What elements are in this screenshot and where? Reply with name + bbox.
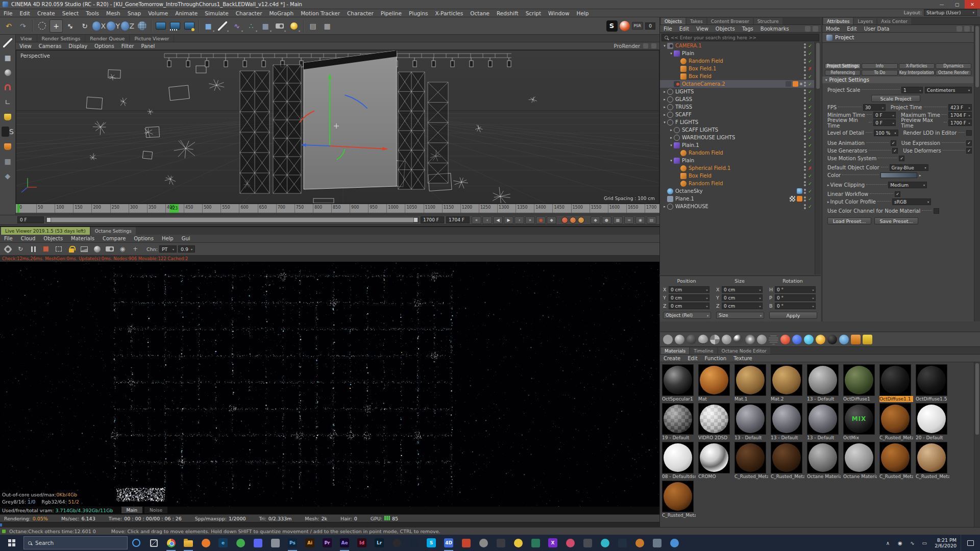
viewport-menu-display[interactable]: Display bbox=[65, 43, 91, 49]
viewport-tab-render-settings[interactable]: Render Settings bbox=[37, 35, 86, 42]
viewport-menu-filter[interactable]: Filter bbox=[118, 43, 138, 49]
camera-sync-icon[interactable] bbox=[104, 244, 115, 254]
panel-maximize-icon[interactable] bbox=[651, 43, 656, 48]
z-axis-lock-icon[interactable]: Z bbox=[121, 19, 134, 33]
tree-item-box-field-1[interactable]: Box Field.1✗ bbox=[660, 65, 814, 72]
menu-mograph[interactable]: MoGraph bbox=[265, 9, 297, 17]
pos-y-field[interactable]: 0 cm bbox=[669, 294, 709, 301]
play-button[interactable]: ▶ bbox=[504, 216, 513, 224]
octane-toggle-1[interactable] bbox=[561, 217, 568, 223]
max-time-field[interactable]: 1704 F bbox=[446, 216, 470, 223]
preview-min-time-field[interactable]: 0 F bbox=[873, 119, 896, 126]
material-item-octspecular1[interactable]: OctSpecular1 bbox=[662, 364, 696, 402]
panel-pin-icon[interactable] bbox=[643, 43, 648, 48]
material-item-c-rusted-metal[interactable]: C_Rusted_Metal bbox=[879, 442, 913, 480]
close-button[interactable]: ✕ bbox=[965, 0, 980, 9]
enabled-toggle[interactable]: ✓ bbox=[807, 51, 813, 56]
material-thumbnail[interactable]: MIX bbox=[843, 403, 875, 435]
material-preset-icon-2[interactable] bbox=[675, 335, 684, 344]
visibility-dots[interactable] bbox=[804, 105, 806, 110]
tray-chevron-icon[interactable]: ∧ bbox=[881, 535, 894, 551]
stop-render-icon[interactable] bbox=[40, 244, 52, 254]
taskbar-app-app[interactable]: X bbox=[544, 535, 561, 551]
use-animation-checkbox[interactable]: ✓ bbox=[891, 140, 896, 146]
tab-structure[interactable]: Structure bbox=[754, 18, 782, 24]
lv-menu-file[interactable]: File bbox=[0, 236, 17, 241]
tab-attributes[interactable]: Attributes bbox=[823, 18, 853, 24]
lock-resolution-icon[interactable] bbox=[66, 244, 77, 254]
tree-item-warehouse[interactable]: ▸WAREHOUSE✓ bbox=[660, 203, 814, 210]
menu-animate[interactable]: Animate bbox=[172, 9, 201, 17]
visibility-dots[interactable] bbox=[804, 135, 806, 140]
taskbar-app-premiere[interactable]: Pr bbox=[318, 535, 336, 551]
taskbar-app-indesign[interactable]: Id bbox=[353, 535, 371, 551]
expand-toggle[interactable]: ▾ bbox=[662, 44, 667, 48]
section-project-settings[interactable]: Project Settings bbox=[822, 77, 973, 83]
preview-end-field[interactable]: 1700 F bbox=[421, 216, 444, 223]
preview-max-time-field[interactable]: 1700 F bbox=[948, 119, 972, 126]
material-item-mat-2[interactable]: Mat.2 bbox=[771, 364, 804, 402]
menu-help[interactable]: Help bbox=[573, 9, 593, 17]
octane-logo-icon[interactable]: S bbox=[606, 20, 618, 32]
material-thumbnail[interactable] bbox=[879, 364, 911, 396]
tree-item-box-field[interactable]: Box Field✓ bbox=[660, 172, 814, 180]
lv-menu-options[interactable]: Options bbox=[130, 236, 158, 241]
deformer-icon[interactable]: ∿▾ bbox=[230, 19, 243, 33]
visibility-dots[interactable] bbox=[804, 66, 806, 71]
attr-menu-user-data[interactable]: User Data bbox=[861, 26, 893, 32]
enabled-toggle[interactable]: ✓ bbox=[807, 143, 813, 148]
material-item-08-defaultdsds[interactable]: 08 - Defaultdsds bbox=[662, 442, 696, 480]
material-item-20-default[interactable]: 20 - Default bbox=[916, 403, 949, 441]
lv-menu-help[interactable]: Help bbox=[158, 236, 178, 241]
material-thumbnail[interactable] bbox=[662, 481, 694, 512]
tree-item-scaff[interactable]: ▸SCAFF✓ bbox=[660, 111, 814, 118]
material-item-13-default[interactable]: 13 - Default bbox=[734, 403, 768, 441]
taskbar-app-app[interactable] bbox=[614, 535, 631, 551]
material-thumbnail[interactable] bbox=[807, 442, 839, 473]
attr-back-icon[interactable] bbox=[957, 26, 962, 32]
minimum-time-field[interactable]: 0 F bbox=[873, 112, 896, 118]
expand-toggle[interactable]: ▸ bbox=[662, 97, 667, 102]
rotate-tool-icon[interactable]: ↻ bbox=[78, 19, 91, 33]
anim-icon-2[interactable]: ● bbox=[602, 216, 611, 224]
search-input[interactable]: << Enter your search string here >> bbox=[662, 34, 819, 41]
enabled-toggle[interactable]: ✓ bbox=[807, 82, 813, 87]
tree-item-plain[interactable]: ▾Plain✓ bbox=[660, 49, 814, 57]
menu-select[interactable]: Select bbox=[59, 9, 82, 17]
material-preset-icon-1[interactable] bbox=[663, 335, 673, 344]
material-item-13-default[interactable]: 13 - Default bbox=[807, 403, 841, 441]
color-channel-checkbox[interactable] bbox=[934, 208, 939, 214]
viewport-tab-view[interactable]: View bbox=[16, 35, 37, 42]
mode-tab-to-do[interactable]: To Do bbox=[862, 70, 897, 76]
tree-item-scaff-lights[interactable]: ▸SCAFF LIGHTS✓ bbox=[660, 126, 814, 134]
visibility-dots[interactable] bbox=[804, 158, 806, 163]
rot-h-field[interactable]: 0 ° bbox=[775, 286, 816, 293]
taskbar-app-file-explorer[interactable] bbox=[180, 535, 197, 551]
menu-character[interactable]: Character bbox=[232, 9, 266, 17]
visibility-dots[interactable] bbox=[804, 59, 806, 64]
visibility-dots[interactable] bbox=[804, 173, 806, 179]
tree-item-lights[interactable]: ▸LIGHTS✓ bbox=[660, 88, 814, 95]
picture-icon[interactable] bbox=[79, 244, 90, 254]
psr-tool-icon[interactable]: PSR bbox=[632, 22, 644, 30]
taskbar-app-chrome[interactable] bbox=[162, 535, 180, 551]
viewport-menu-view[interactable]: View bbox=[16, 43, 35, 49]
tab-objects[interactable]: Objects bbox=[661, 18, 685, 24]
material-preset-icon-14[interactable] bbox=[816, 335, 825, 344]
y-axis-lock-icon[interactable]: Y bbox=[107, 19, 120, 33]
size-z-field[interactable]: 0 cm bbox=[722, 303, 763, 309]
render-settings-icon[interactable] bbox=[183, 19, 196, 33]
tab-octane-settings[interactable]: Octane Settings bbox=[91, 227, 136, 235]
visibility-dots[interactable] bbox=[804, 97, 806, 102]
modeling-cube-icon[interactable]: ■ bbox=[2, 52, 14, 64]
render-lod-checkbox[interactable] bbox=[966, 130, 972, 136]
enabled-toggle[interactable]: ✓ bbox=[807, 105, 813, 110]
mode-tab-key-interpolation[interactable]: Key Interpolation bbox=[899, 70, 935, 76]
tree-item-octanecamera-2[interactable]: OctaneCamera.2✓ bbox=[660, 80, 814, 88]
material-item-c-rusted-metal[interactable]: C_Rusted_Metal bbox=[879, 403, 913, 441]
tab-live-viewer[interactable]: Live Viewer 2019.1.5 (53 days left) bbox=[1, 227, 90, 235]
pause-render-icon[interactable] bbox=[28, 244, 39, 254]
powerslider[interactable] bbox=[46, 217, 419, 223]
anim-icon-4[interactable]: ≡ bbox=[624, 216, 634, 224]
light-icon[interactable]: ▾ bbox=[287, 19, 301, 33]
